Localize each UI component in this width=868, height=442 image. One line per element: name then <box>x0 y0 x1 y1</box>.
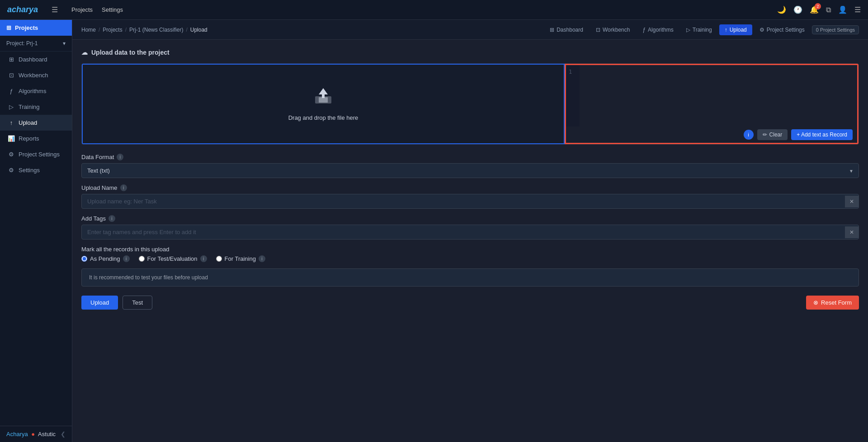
add-tags-input-wrapper: ✕ <box>81 225 859 240</box>
breadcrumb-sep: / <box>99 27 100 33</box>
test-info-icon[interactable]: i <box>200 255 207 262</box>
sidebar-projects-label: Projects <box>15 24 38 31</box>
add-tags-input[interactable] <box>82 225 845 239</box>
training-info-icon[interactable]: i <box>259 255 265 262</box>
sidebar-item-algorithms[interactable]: ƒ Algorithms <box>0 83 72 99</box>
workbench-icon: ⊡ <box>8 72 15 79</box>
data-format-info-icon[interactable]: i <box>117 154 123 160</box>
nav-workbench-btn[interactable]: ⊡ Workbench <box>590 24 635 35</box>
company-name: Astutic <box>38 431 56 437</box>
upload-name-input-wrapper: ✕ <box>81 194 859 209</box>
add-tags-clear-btn[interactable]: ✕ <box>845 226 859 238</box>
sidebar-footer: Acharya ● Astutic ❮ <box>0 426 72 442</box>
nav-project-settings-btn[interactable]: ⚙ Project Settings <box>754 24 810 35</box>
dashboard-nav-icon: ⊞ <box>550 27 554 33</box>
topbar: acharya ☰ Projects Settings 🌙 🕐 🔔 2 ⧉ 👤 … <box>0 0 868 20</box>
notification-icon[interactable]: 🔔 2 <box>810 5 819 14</box>
clock-icon[interactable]: 🕐 <box>793 5 802 14</box>
nav-settings[interactable]: Settings <box>102 6 123 13</box>
upload-name-info-icon[interactable]: i <box>120 184 127 191</box>
upload-name-section: Upload Name i ✕ <box>81 184 859 209</box>
radio-pending[interactable] <box>81 256 87 262</box>
data-format-label: Data Format i <box>81 154 859 160</box>
moon-icon[interactable]: 🌙 <box>777 5 786 14</box>
page-title: ☁ Upload data to the project <box>81 49 859 56</box>
reports-icon: 📊 <box>8 135 15 142</box>
upload-name-clear-btn[interactable]: ✕ <box>845 196 859 207</box>
text-editor-area: 1 i ✏ Clear + Add text as Recor <box>565 64 859 144</box>
radio-test[interactable] <box>139 256 145 262</box>
sidebar-item-label: Reports <box>19 135 39 142</box>
nav-projects[interactable]: Projects <box>71 6 93 13</box>
sidebar-item-settings[interactable]: ⚙ Settings <box>0 162 72 178</box>
text-editor-inner: 1 <box>566 65 857 127</box>
sidebar-item-project-settings[interactable]: ⚙ Project Settings <box>0 146 72 162</box>
sidebar-item-label: Upload <box>19 119 37 126</box>
app-logo: acharya <box>7 5 38 14</box>
editor-add-text-button[interactable]: + Add text as Record <box>791 129 853 140</box>
upload-button[interactable]: Upload <box>81 296 118 310</box>
radio-test-label[interactable]: For Test/Evaluation i <box>139 255 207 262</box>
nav-algorithms-btn[interactable]: ƒ Algorithms <box>637 24 679 35</box>
hamburger-icon[interactable]: ☰ <box>52 5 58 14</box>
sidebar-projects-header[interactable]: ⊞ Projects <box>0 20 72 36</box>
drop-zone[interactable]: Drag and drop the file here <box>82 64 565 144</box>
topbar-right: 🌙 🕐 🔔 2 ⧉ 👤 ☰ <box>777 5 861 14</box>
dashboard-icon: ⊞ <box>8 56 15 63</box>
window-icon[interactable]: ⧉ <box>826 6 831 14</box>
drop-text: Drag and drop the file here <box>288 114 359 121</box>
sidebar: ⊞ Projects Project: Prj-1 ▾ ⊞ Dashboard … <box>0 20 72 442</box>
sidebar-item-workbench[interactable]: ⊡ Workbench <box>0 67 72 83</box>
nav-upload-btn[interactable]: ↑ Upload <box>719 24 752 35</box>
sidebar-item-training[interactable]: ▷ Training <box>0 99 72 115</box>
text-editor-footer: i ✏ Clear + Add text as Record <box>566 127 857 143</box>
radio-group: As Pending i For Test/Evaluation i For T… <box>81 255 859 262</box>
chevron-down-icon: ▾ <box>63 40 66 47</box>
training-icon: ▷ <box>8 103 15 110</box>
avatar-icon[interactable]: 👤 <box>838 5 847 14</box>
radio-pending-label[interactable]: As Pending i <box>81 255 130 262</box>
data-format-section: Data Format i Text (txt) CSV JSON XML <box>81 154 859 178</box>
sidebar-footer-brand: Acharya ● Astutic <box>6 431 56 437</box>
add-tags-info-icon[interactable]: i <box>108 215 115 222</box>
secondary-nav: Home / Projects / Prj-1 (News Classifier… <box>72 20 868 40</box>
upload-name-input[interactable] <box>82 194 845 208</box>
upload-nav-icon: ↑ <box>725 27 727 33</box>
data-format-select[interactable]: Text (txt) CSV JSON XML <box>81 163 859 178</box>
breadcrumb-projects[interactable]: Projects <box>103 27 122 33</box>
text-editor-input[interactable] <box>580 65 857 127</box>
reset-form-button[interactable]: ⊗ Reset Form <box>806 296 859 310</box>
pending-info-icon[interactable]: i <box>123 255 130 262</box>
nav-training-btn[interactable]: ▷ Training <box>681 24 717 35</box>
sidebar-item-label: Settings <box>19 167 40 174</box>
breadcrumb-project-name[interactable]: Prj-1 (News Classifier) <box>129 27 183 33</box>
breadcrumb-sep2: / <box>125 27 127 33</box>
line-numbers: 1 <box>566 65 580 127</box>
training-nav-icon: ▷ <box>686 27 690 33</box>
mark-records-label: Mark all the records in this upload <box>81 246 859 253</box>
breadcrumb-home[interactable]: Home <box>81 27 96 33</box>
test-button[interactable]: Test <box>123 296 152 310</box>
pencil-icon: ✏ <box>763 132 767 138</box>
info-box: It is recommended to test your files bef… <box>81 268 859 287</box>
sidebar-item-dashboard[interactable]: ⊞ Dashboard <box>0 52 72 67</box>
editor-info-button[interactable]: i <box>744 130 754 140</box>
upload-name-label: Upload Name i <box>81 184 859 191</box>
drop-upload-icon <box>312 87 334 109</box>
editor-clear-button[interactable]: ✏ Clear <box>757 129 788 140</box>
svg-rect-3 <box>322 94 325 98</box>
sidebar-item-reports[interactable]: 📊 Reports <box>0 131 72 146</box>
collapse-icon[interactable]: ❮ <box>61 431 66 437</box>
sidebar-item-upload[interactable]: ↑ Upload <box>0 115 72 131</box>
add-tags-section: Add Tags i ✕ <box>81 215 859 240</box>
topbar-nav: Projects Settings <box>71 6 123 13</box>
radio-training[interactable] <box>216 256 222 262</box>
sidebar-project-item[interactable]: Project: Prj-1 ▾ <box>0 36 72 52</box>
sidebar-item-label: Workbench <box>19 72 48 79</box>
upload-icon: ↑ <box>8 119 15 126</box>
radio-training-label[interactable]: For Training i <box>216 255 265 262</box>
action-bar: Upload Test ⊗ Reset Form <box>81 296 859 310</box>
breadcrumb-sep3: / <box>186 27 187 33</box>
nav-dashboard-btn[interactable]: ⊞ Dashboard <box>544 24 589 35</box>
more-menu-icon[interactable]: ☰ <box>854 5 861 14</box>
